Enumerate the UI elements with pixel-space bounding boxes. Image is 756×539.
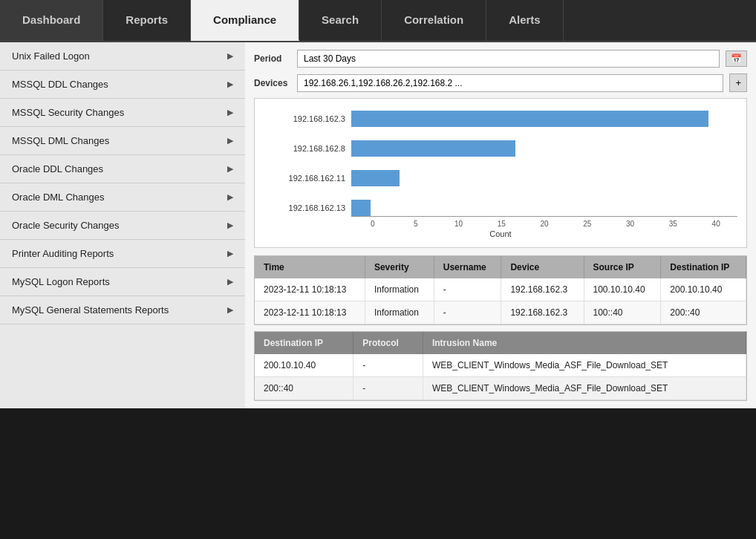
table-row: 2023-12-11 10:18:13Information-192.168.1… xyxy=(255,278,746,301)
nav-item-dashboard[interactable]: Dashboard xyxy=(0,0,103,41)
bottom-table-row: 200::40-WEB_CLIENT_Windows_Media_ASF_Fil… xyxy=(255,377,746,400)
chevron-right-icon: ▶ xyxy=(227,79,233,89)
devices-label: Devices xyxy=(254,78,291,88)
bottom-table-header: Destination IP xyxy=(255,332,353,354)
chart-x-label: 40 xyxy=(694,220,737,228)
sidebar-item[interactable]: Oracle DDL Changes▶ xyxy=(0,155,245,183)
table-cell: Information xyxy=(365,301,434,324)
chart-container: 192.168.162.3192.168.162.8192.168.162.11… xyxy=(254,98,747,248)
chart-bar-label: 192.168.162.11 xyxy=(264,174,345,183)
table-header: Time xyxy=(255,256,365,278)
bottom-table-cell: WEB_CLIENT_Windows_Media_ASF_File_Downlo… xyxy=(423,377,746,400)
table-row: 2023-12-11 10:18:13Information-192.168.1… xyxy=(255,301,746,324)
sidebar-item-label: Oracle DML Changes xyxy=(12,192,105,203)
sidebar-item-label: Oracle DDL Changes xyxy=(12,163,103,174)
sidebar-item[interactable]: Printer Auditing Reports▶ xyxy=(0,240,245,268)
chevron-right-icon: ▶ xyxy=(227,220,233,230)
sidebar-item[interactable]: Unix Failed Logon▶ xyxy=(0,42,245,71)
nav-item-compliance[interactable]: Compliance xyxy=(191,0,299,41)
chart-bar-wrap xyxy=(351,140,737,157)
table-cell: Information xyxy=(365,278,434,301)
main-data-table: TimeSeverityUsernameDeviceSource IPDesti… xyxy=(255,256,746,324)
table-cell: 192.168.162.3 xyxy=(501,278,584,301)
chart-x-axis: 0510152025303540 xyxy=(351,216,737,228)
table-cell: 192.168.162.3 xyxy=(501,301,584,324)
table-header: Destination IP xyxy=(661,256,746,278)
sidebar-item[interactable]: MSSQL DDL Changes▶ xyxy=(0,71,245,99)
chevron-right-icon: ▶ xyxy=(227,277,233,287)
table-cell: 200.10.10.40 xyxy=(661,278,746,301)
chevron-right-icon: ▶ xyxy=(227,136,233,146)
chevron-right-icon: ▶ xyxy=(227,192,233,202)
chart-x-label: 0 xyxy=(351,220,394,228)
table-header: Username xyxy=(434,256,501,278)
sidebar-item[interactable]: MSSQL DML Changes▶ xyxy=(0,127,245,155)
sidebar: Unix Failed Logon▶MSSQL DDL Changes▶MSSQ… xyxy=(0,42,245,408)
period-filter-row: Period 📅 xyxy=(254,50,747,68)
table-cell: - xyxy=(434,278,501,301)
chevron-right-icon: ▶ xyxy=(227,51,233,61)
sidebar-item-label: MSSQL Security Changes xyxy=(12,107,124,118)
sidebar-item-label: Unix Failed Logon xyxy=(12,50,90,62)
sidebar-item-label: MSSQL DML Changes xyxy=(12,135,109,146)
chevron-right-icon: ▶ xyxy=(227,249,233,258)
chevron-right-icon: ▶ xyxy=(227,305,233,315)
nav-item-reports[interactable]: Reports xyxy=(103,0,191,41)
chart-x-label: 20 xyxy=(523,220,566,228)
chart-bar xyxy=(351,170,400,186)
chart-bar-wrap xyxy=(351,200,737,216)
calendar-button[interactable]: 📅 xyxy=(726,50,747,67)
chart-x-label: 25 xyxy=(566,220,609,228)
content-area: Period 📅 Devices + 192.168.162.3192.168.… xyxy=(245,42,756,408)
sidebar-item-label: Oracle Security Changes xyxy=(12,220,120,231)
bottom-table-wrap: Destination IPProtocolIntrusion Name 200… xyxy=(254,331,747,401)
nav-item-correlation[interactable]: Correlation xyxy=(382,0,486,41)
devices-filter-row: Devices + xyxy=(254,74,747,92)
bottom-table-header: Protocol xyxy=(353,332,423,354)
table-cell: 100.10.10.40 xyxy=(584,278,661,301)
table-cell: - xyxy=(434,301,501,324)
add-device-button[interactable]: + xyxy=(729,74,747,92)
chart-x-label: 35 xyxy=(651,220,694,228)
table-cell: 100::40 xyxy=(584,301,661,324)
sidebar-item[interactable]: MSSQL Security Changes▶ xyxy=(0,99,245,127)
sidebar-item-label: MySQL Logon Reports xyxy=(12,276,110,287)
sidebar-item[interactable]: MySQL General Statements Reports▶ xyxy=(0,296,245,324)
sidebar-item[interactable]: MySQL Logon Reports▶ xyxy=(0,268,245,296)
period-input[interactable] xyxy=(297,50,720,68)
table-header: Device xyxy=(501,256,584,278)
bottom-table-cell: 200.10.10.40 xyxy=(255,354,353,377)
chart-x-label: 10 xyxy=(437,220,480,228)
chart-x-label: 15 xyxy=(480,220,523,228)
devices-input[interactable] xyxy=(297,74,723,92)
nav-item-search[interactable]: Search xyxy=(299,0,382,41)
chart-bars: 192.168.162.3192.168.162.8192.168.162.11… xyxy=(264,111,737,216)
bottom-table-header: Intrusion Name xyxy=(423,332,746,354)
sidebar-item[interactable]: Oracle Security Changes▶ xyxy=(0,212,245,240)
chart-bar-label: 192.168.162.3 xyxy=(264,114,345,123)
top-navigation: DashboardReportsComplianceSearchCorrelat… xyxy=(0,0,756,42)
sidebar-item-label: MySQL General Statements Reports xyxy=(12,304,169,316)
bottom-table-row: 200.10.10.40-WEB_CLIENT_Windows_Media_AS… xyxy=(255,354,746,377)
bottom-table: Destination IPProtocolIntrusion Name 200… xyxy=(255,332,746,400)
chevron-right-icon: ▶ xyxy=(227,108,233,117)
chart-x-label: 30 xyxy=(609,220,652,228)
table-header: Source IP xyxy=(584,256,661,278)
bottom-table-cell: 200::40 xyxy=(255,377,353,400)
chart-bar xyxy=(351,200,371,216)
sidebar-item-label: MSSQL DDL Changes xyxy=(12,79,108,90)
table-cell: 2023-12-11 10:18:13 xyxy=(255,301,365,324)
table-cell: 2023-12-11 10:18:13 xyxy=(255,278,365,301)
bottom-table-cell: - xyxy=(353,354,423,377)
sidebar-item[interactable]: Oracle DML Changes▶ xyxy=(0,183,245,212)
chart-bar-label: 192.168.162.8 xyxy=(264,144,345,153)
period-label: Period xyxy=(254,53,291,64)
bottom-table-cell: - xyxy=(353,377,423,400)
chart-bar-row: 192.168.162.11 xyxy=(264,170,737,186)
chart-bar-wrap xyxy=(351,170,737,186)
chevron-right-icon: ▶ xyxy=(227,164,233,174)
nav-item-alerts[interactable]: Alerts xyxy=(486,0,564,41)
main-data-table-wrap: TimeSeverityUsernameDeviceSource IPDesti… xyxy=(254,255,747,325)
chart-bar xyxy=(351,140,515,157)
table-cell: 200::40 xyxy=(661,301,746,324)
